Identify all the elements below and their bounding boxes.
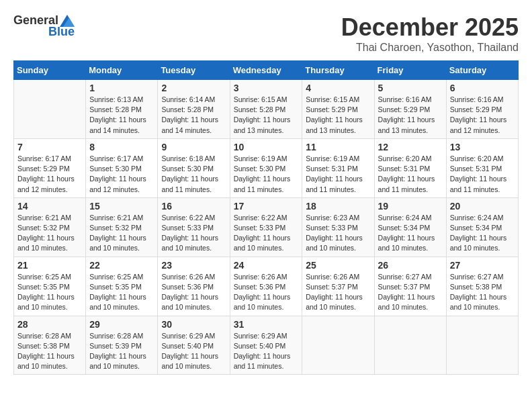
calendar-cell: 21Sunrise: 6:25 AMSunset: 5:35 PMDayligh…	[14, 257, 86, 316]
day-number: 17	[234, 201, 299, 212]
header-wednesday: Wednesday	[230, 61, 302, 80]
day-info: Sunrise: 6:17 AMSunset: 5:30 PMDaylight:…	[89, 154, 154, 195]
day-number: 8	[89, 142, 154, 152]
calendar-week-1: 1Sunrise: 6:13 AMSunset: 5:28 PMDaylight…	[14, 80, 519, 139]
calendar-cell: 14Sunrise: 6:21 AMSunset: 5:32 PMDayligh…	[14, 197, 86, 257]
calendar-cell: 12Sunrise: 6:20 AMSunset: 5:31 PMDayligh…	[374, 138, 446, 197]
calendar-cell: 15Sunrise: 6:21 AMSunset: 5:32 PMDayligh…	[86, 197, 158, 257]
calendar-cell: 30Sunrise: 6:29 AMSunset: 5:40 PMDayligh…	[158, 316, 230, 375]
header-friday: Friday	[374, 61, 446, 80]
day-number: 2	[161, 83, 226, 93]
day-info: Sunrise: 6:22 AMSunset: 5:33 PMDaylight:…	[161, 213, 226, 254]
day-info: Sunrise: 6:20 AMSunset: 5:31 PMDaylight:…	[378, 154, 443, 195]
day-number: 4	[306, 83, 370, 93]
day-number: 7	[17, 142, 82, 152]
day-info: Sunrise: 6:18 AMSunset: 5:30 PMDaylight:…	[161, 154, 226, 195]
day-info: Sunrise: 6:23 AMSunset: 5:33 PMDaylight:…	[306, 213, 370, 254]
day-number: 23	[161, 260, 226, 271]
day-number: 13	[450, 142, 515, 152]
day-info: Sunrise: 6:28 AMSunset: 5:39 PMDaylight:…	[89, 331, 154, 372]
day-info: Sunrise: 6:29 AMSunset: 5:40 PMDaylight:…	[234, 331, 299, 372]
calendar-cell: 29Sunrise: 6:28 AMSunset: 5:39 PMDayligh…	[86, 316, 158, 375]
day-info: Sunrise: 6:13 AMSunset: 5:28 PMDaylight:…	[89, 95, 154, 136]
day-number: 22	[89, 260, 154, 271]
day-number: 16	[161, 201, 226, 212]
calendar-cell: 26Sunrise: 6:27 AMSunset: 5:37 PMDayligh…	[374, 257, 446, 316]
header-sunday: Sunday	[14, 61, 86, 80]
calendar-cell: 5Sunrise: 6:16 AMSunset: 5:29 PMDaylight…	[374, 80, 446, 139]
calendar-cell: 6Sunrise: 6:16 AMSunset: 5:29 PMDaylight…	[446, 80, 518, 139]
day-number: 9	[161, 142, 226, 152]
calendar-cell	[302, 316, 374, 375]
title-section: December 2025 Thai Charoen, Yasothon, Th…	[341, 13, 519, 54]
day-number: 12	[378, 142, 443, 152]
calendar-cell: 13Sunrise: 6:20 AMSunset: 5:31 PMDayligh…	[446, 138, 518, 197]
calendar-cell: 27Sunrise: 6:27 AMSunset: 5:38 PMDayligh…	[446, 257, 518, 316]
day-info: Sunrise: 6:19 AMSunset: 5:31 PMDaylight:…	[306, 154, 370, 195]
day-info: Sunrise: 6:22 AMSunset: 5:33 PMDaylight:…	[234, 213, 299, 254]
day-number: 5	[378, 83, 443, 93]
day-info: Sunrise: 6:29 AMSunset: 5:40 PMDaylight:…	[161, 331, 226, 372]
day-number: 18	[306, 201, 370, 212]
calendar-cell: 7Sunrise: 6:17 AMSunset: 5:29 PMDaylight…	[14, 138, 86, 197]
day-info: Sunrise: 6:24 AMSunset: 5:34 PMDaylight:…	[450, 213, 515, 254]
day-number: 24	[234, 260, 299, 271]
weekday-header-row: Sunday Monday Tuesday Wednesday Thursday…	[14, 61, 519, 80]
calendar-cell: 25Sunrise: 6:26 AMSunset: 5:37 PMDayligh…	[302, 257, 374, 316]
day-number: 14	[17, 201, 82, 212]
day-info: Sunrise: 6:26 AMSunset: 5:36 PMDaylight:…	[161, 272, 226, 313]
day-number: 19	[378, 201, 443, 212]
day-number: 3	[234, 83, 299, 93]
day-number: 30	[161, 319, 226, 330]
month-title: December 2025	[341, 13, 519, 42]
calendar-cell: 28Sunrise: 6:28 AMSunset: 5:38 PMDayligh…	[14, 316, 86, 375]
calendar-cell: 31Sunrise: 6:29 AMSunset: 5:40 PMDayligh…	[230, 316, 302, 375]
calendar-cell	[446, 316, 518, 375]
calendar-cell	[374, 316, 446, 375]
day-info: Sunrise: 6:25 AMSunset: 5:35 PMDaylight:…	[17, 272, 82, 313]
calendar-cell: 18Sunrise: 6:23 AMSunset: 5:33 PMDayligh…	[302, 197, 374, 257]
day-info: Sunrise: 6:16 AMSunset: 5:29 PMDaylight:…	[450, 95, 515, 136]
day-number: 6	[450, 83, 515, 93]
day-info: Sunrise: 6:26 AMSunset: 5:37 PMDaylight:…	[306, 272, 370, 313]
calendar-cell: 1Sunrise: 6:13 AMSunset: 5:28 PMDaylight…	[86, 80, 158, 139]
calendar-cell: 2Sunrise: 6:14 AMSunset: 5:28 PMDaylight…	[158, 80, 230, 139]
calendar-week-4: 21Sunrise: 6:25 AMSunset: 5:35 PMDayligh…	[14, 257, 519, 316]
day-number: 10	[234, 142, 299, 152]
day-info: Sunrise: 6:27 AMSunset: 5:37 PMDaylight:…	[378, 272, 443, 313]
day-info: Sunrise: 6:17 AMSunset: 5:29 PMDaylight:…	[17, 154, 82, 195]
header-thursday: Thursday	[302, 61, 374, 80]
calendar-cell: 24Sunrise: 6:26 AMSunset: 5:36 PMDayligh…	[230, 257, 302, 316]
calendar-cell: 11Sunrise: 6:19 AMSunset: 5:31 PMDayligh…	[302, 138, 374, 197]
calendar-cell: 19Sunrise: 6:24 AMSunset: 5:34 PMDayligh…	[374, 197, 446, 257]
day-number: 25	[306, 260, 370, 271]
calendar-cell: 17Sunrise: 6:22 AMSunset: 5:33 PMDayligh…	[230, 197, 302, 257]
location-title: Thai Charoen, Yasothon, Thailand	[341, 42, 519, 54]
day-info: Sunrise: 6:16 AMSunset: 5:29 PMDaylight:…	[378, 95, 443, 136]
calendar-cell: 16Sunrise: 6:22 AMSunset: 5:33 PMDayligh…	[158, 197, 230, 257]
day-info: Sunrise: 6:21 AMSunset: 5:32 PMDaylight:…	[89, 213, 154, 254]
day-number: 20	[450, 201, 515, 212]
logo: General Blue	[13, 13, 75, 39]
calendar-cell: 20Sunrise: 6:24 AMSunset: 5:34 PMDayligh…	[446, 197, 518, 257]
day-info: Sunrise: 6:14 AMSunset: 5:28 PMDaylight:…	[161, 95, 226, 136]
day-info: Sunrise: 6:21 AMSunset: 5:32 PMDaylight:…	[17, 213, 82, 254]
day-info: Sunrise: 6:19 AMSunset: 5:30 PMDaylight:…	[234, 154, 299, 195]
page-header: General Blue December 2025 Thai Charoen,…	[13, 13, 519, 54]
calendar-week-5: 28Sunrise: 6:28 AMSunset: 5:38 PMDayligh…	[14, 316, 519, 375]
calendar-cell: 23Sunrise: 6:26 AMSunset: 5:36 PMDayligh…	[158, 257, 230, 316]
calendar-table: Sunday Monday Tuesday Wednesday Thursday…	[13, 60, 519, 375]
calendar-cell: 10Sunrise: 6:19 AMSunset: 5:30 PMDayligh…	[230, 138, 302, 197]
day-number: 31	[234, 319, 299, 330]
day-info: Sunrise: 6:27 AMSunset: 5:38 PMDaylight:…	[450, 272, 515, 313]
day-info: Sunrise: 6:20 AMSunset: 5:31 PMDaylight:…	[450, 154, 515, 195]
day-number: 15	[89, 201, 154, 212]
calendar-week-3: 14Sunrise: 6:21 AMSunset: 5:32 PMDayligh…	[14, 197, 519, 257]
day-info: Sunrise: 6:15 AMSunset: 5:28 PMDaylight:…	[234, 95, 299, 136]
day-number: 27	[450, 260, 515, 271]
logo-blue: Blue	[48, 25, 75, 39]
calendar-cell: 8Sunrise: 6:17 AMSunset: 5:30 PMDaylight…	[86, 138, 158, 197]
header-monday: Monday	[86, 61, 158, 80]
day-info: Sunrise: 6:24 AMSunset: 5:34 PMDaylight:…	[378, 213, 443, 254]
day-number: 28	[17, 319, 82, 330]
